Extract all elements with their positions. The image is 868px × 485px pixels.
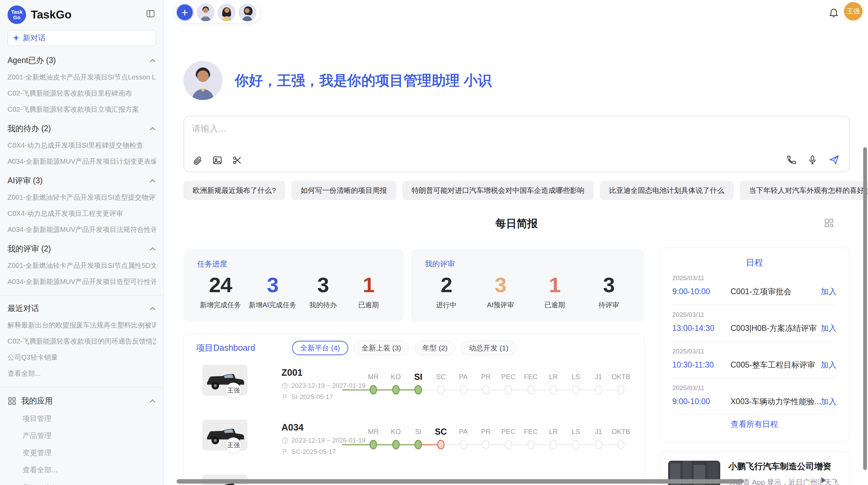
sidebar-chat-item[interactable]: 公司Q3轻卡销量	[8, 353, 156, 362]
scissors-icon[interactable]	[232, 155, 242, 167]
chevron-up-icon[interactable]	[149, 399, 156, 403]
join-meeting-link[interactable]: 加入	[821, 323, 836, 334]
dashboard-tab[interactable]: 全新上装 (3)	[354, 341, 409, 355]
chevron-up-icon[interactable]	[149, 307, 156, 311]
sidebar-my-apps[interactable]: 我的应用	[8, 396, 156, 406]
sidebar-group-agent-done[interactable]: Agent已办 (3)	[8, 55, 156, 66]
horizontal-scrollbar[interactable]	[177, 479, 744, 484]
stat-label: 已逾期	[536, 300, 574, 310]
suggestion-chip[interactable]: 特朗普可能对进口汽车增税会对中国车企造成哪些影响	[402, 181, 594, 200]
milestone: PA	[452, 426, 475, 452]
layout-grid-icon[interactable]	[824, 218, 834, 229]
sidebar-app-item[interactable]: 产品管理	[23, 431, 156, 440]
view-all-schedule-link[interactable]: 查看所有日程	[672, 419, 836, 430]
sidebar-chat-item[interactable]: Z001-全新燃油轻卡产品开发项目SI造型提交物评审	[8, 193, 156, 202]
chevron-up-icon[interactable]	[149, 247, 156, 251]
milestone-label: PR	[474, 426, 497, 438]
assistant-avatar-1[interactable]	[197, 3, 215, 21]
sidebar-app-item[interactable]: 项目管理	[23, 414, 156, 423]
milestone-label: PA	[452, 426, 475, 438]
sidebar-group-my-todo[interactable]: 我的待办 (2)	[8, 123, 156, 134]
phone-call-icon[interactable]	[786, 155, 796, 166]
notification-bell-icon[interactable]	[828, 7, 839, 19]
send-icon[interactable]	[829, 154, 840, 167]
sidebar-app-item[interactable]: 变更管理	[23, 448, 156, 458]
sidebar-chat-item[interactable]: A034-全新新能源MUV产品开发项目计划变更表编写	[8, 157, 156, 166]
milestone: KO	[385, 426, 407, 452]
assistant-avatar-2[interactable]	[218, 3, 236, 21]
sidebar-collapse-icon[interactable]	[146, 9, 155, 20]
stat-value: 1	[536, 273, 574, 297]
add-assistant-button[interactable]: +	[176, 3, 194, 21]
sidebar-chat-item[interactable]: Z001-全新燃油轻卡产品开发项目SI节点属性5D文件评审	[8, 261, 156, 270]
sidebar-chat-item[interactable]: C0X4-动力总成开发项目SI里程碑提交物检查	[8, 141, 156, 150]
sidebar-chat-item[interactable]: 解释最新出台的欧盟报废车法规再生塑料比例被调至15%...	[8, 321, 156, 330]
project-row[interactable]: 王强 A034 2023-12-19 ~ 2026-01-19 SC-2025-…	[184, 418, 644, 472]
sidebar-chat-item[interactable]: C0X4-动力总成开发项目工程变更评审	[8, 209, 156, 218]
scroll-right-arrow[interactable]	[821, 477, 826, 483]
image-icon[interactable]	[212, 155, 222, 167]
sidebar-app-item[interactable]: 查看全部...	[23, 465, 156, 475]
dashboard-tab[interactable]: 年型 (2)	[414, 341, 456, 355]
suggestion-chip[interactable]: 如何写一份清晰的项目周报	[291, 181, 396, 200]
chat-input[interactable]	[192, 123, 842, 134]
milestone-node	[414, 385, 422, 395]
milestone-node	[595, 385, 602, 395]
project-date-range: 2023-12-19 ~ 2026-01-19	[281, 437, 365, 444]
milestone-label: LR	[542, 372, 565, 383]
grid-icon	[8, 397, 16, 406]
stat: 1 已逾期	[350, 273, 387, 310]
assistant-avatar-3[interactable]	[239, 3, 256, 21]
milestone: PA	[452, 372, 475, 398]
my-review-card: 我的评审 2 进行中 3 AI预评审 1 已逾期 3 待评审	[411, 249, 644, 322]
chevron-up-icon[interactable]	[149, 127, 156, 131]
join-meeting-link[interactable]: 加入	[821, 286, 836, 297]
sidebar-chat-item[interactable]: A034-全新新能源MUV产品开发项目造型可行性评审	[8, 277, 156, 286]
chevron-up-icon[interactable]	[149, 59, 156, 63]
milestone-connector	[342, 444, 373, 445]
milestone-node	[370, 385, 377, 395]
sidebar-chat-item[interactable]: C02-飞腾新能源轻客改款项目立项汇报方案	[8, 105, 156, 114]
chevron-up-icon[interactable]	[149, 179, 156, 183]
milestone-label: PA	[452, 372, 475, 383]
group-items: C0X4-动力总成开发项目SI里程碑提交物检查A034-全新新能源MUV产品开发…	[8, 141, 156, 166]
sidebar-chat-item[interactable]: C02-飞腾新能源轻客改款项目里程碑画布	[8, 89, 156, 98]
schedule-card: 日程 2025/03/11 9:00-10:00 C001-立项审批会 加入 2…	[659, 248, 850, 442]
project-milestone-flag: SI-2025-05-17	[281, 393, 365, 401]
schedule-meeting-name: C005-整车工程目标评审	[731, 360, 821, 370]
sidebar-group-my-review[interactable]: 我的评审 (2)	[8, 244, 156, 254]
sidebar-group-ai-review[interactable]: AI评审 (3)	[8, 175, 156, 186]
user-avatar[interactable]: 王强	[844, 2, 863, 21]
dashboard-tab[interactable]: 全新平台 (4)	[292, 341, 348, 355]
milestone: LR	[542, 372, 565, 398]
milestone-node	[527, 385, 535, 395]
attachment-icon[interactable]	[192, 155, 203, 167]
suggestion-chip[interactable]: 比亚迪全固态电池计划具体说了什么	[600, 181, 734, 200]
stat-value: 3	[482, 273, 519, 297]
sidebar-chat-item[interactable]: A034-全新新能源MUV产品开发项目法规符合性评审	[8, 225, 156, 234]
task-progress-card: 任务进度 24 新增完成任务 3 新增AI完成任务 3 我的待办 1 已逾期	[183, 249, 404, 322]
sidebar-header: Task Go TaskGo	[8, 0, 156, 24]
sidebar-group-recent[interactable]: 最近对话	[8, 303, 156, 314]
sidebar-chat-item[interactable]: 查看全部...	[8, 369, 156, 378]
scroll-down-arrow[interactable]	[817, 467, 823, 471]
dashboard-tab[interactable]: 动总开发 (1)	[461, 341, 517, 355]
project-info: Z001 2023-12-19 ~ 2027-01-19 SI-2025-05-…	[281, 368, 365, 401]
join-meeting-link[interactable]: 加入	[821, 360, 836, 370]
sidebar: Task Go TaskGo + 新对话 Agent已办 (3) Z001-全新…	[0, 0, 164, 485]
sidebar-chat-item[interactable]: Z001-全新燃油皮卡产品开发项目SI节点Lesson Learn报告	[8, 73, 156, 82]
milestone-label: OKTB	[610, 372, 632, 383]
sidebar-chat-item[interactable]: C02-飞腾新能源轻客改款项目的闭环通告反馈情况	[8, 337, 156, 346]
suggestion-chip[interactable]: 当下年轻人对汽车外观有怎样的喜好趋势	[740, 181, 868, 200]
project-row[interactable]: 王强 Z001 2023-12-19 ~ 2027-01-19 SI-2025-…	[184, 363, 644, 418]
vertical-scrollbar[interactable]	[863, 147, 867, 470]
sidebar-item-cloud-space[interactable]: 我的云空间	[8, 483, 156, 485]
milestone: KO	[385, 372, 407, 398]
stat-label: 已逾期	[350, 300, 387, 310]
microphone-icon[interactable]	[807, 155, 818, 166]
schedule-list: 2025/03/11 9:00-10:00 C001-立项审批会 加入 2025…	[672, 268, 836, 415]
new-chat-button[interactable]: + 新对话	[8, 30, 156, 46]
suggestion-chip[interactable]: 欧洲新规最近颁布了什么?	[183, 181, 285, 200]
stat-value: 1	[350, 273, 387, 297]
join-meeting-link[interactable]: 加入	[821, 396, 836, 407]
